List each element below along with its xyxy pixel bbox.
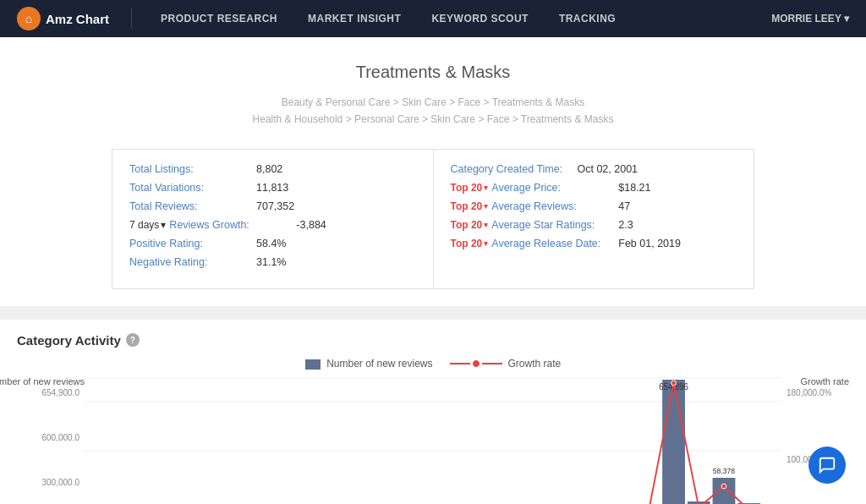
- label-avg-reviews: Average Reviews:: [491, 200, 618, 212]
- chat-bubble[interactable]: [808, 446, 846, 484]
- stat-avg-star: Top 20 ▾ Average Star Ratings: 2.3: [451, 219, 737, 231]
- nav-divider: [131, 8, 132, 29]
- top20-badge-price[interactable]: Top 20 ▾: [451, 182, 489, 194]
- stat-total-variations: Total Variations: 11,813: [129, 182, 416, 194]
- stat-reviews-growth: 7 days ▾ Reviews Growth: -3,884: [129, 219, 416, 231]
- nav-tracking[interactable]: TRACKING: [544, 0, 631, 37]
- top20-badge-release[interactable]: Top 20 ▾: [451, 238, 489, 249]
- stat-positive-rating: Positive Rating: 58.4%: [129, 238, 416, 249]
- chart-svg: 654,896 58,378: [85, 376, 781, 504]
- chart-area-wrapper: 654,896 58,378: [85, 376, 781, 504]
- days-badge[interactable]: 7 days ▾: [129, 219, 166, 231]
- stat-avg-price: Top 20 ▾ Average Price: $18.21: [451, 182, 737, 194]
- y-left-2: 300,000.0: [42, 478, 80, 487]
- y-left-0: 654,900.0: [42, 388, 80, 397]
- value-negative-rating: 31.1%: [256, 256, 286, 268]
- stat-category-created: Category Created Time: Oct 02, 2001: [451, 163, 737, 175]
- chart-legend: Number of new reviews Growth rate: [17, 358, 849, 370]
- svg-point-57: [671, 381, 677, 386]
- value-reviews-growth: -3,884: [296, 219, 326, 231]
- svg-rect-27: [662, 380, 685, 504]
- label-avg-star: Average Star Ratings:: [491, 219, 618, 231]
- y-axis-right-title: Growth rate: [781, 376, 849, 386]
- chart-outer: Number of new reviews 654,900.0 600,000.…: [17, 376, 849, 504]
- category-section: Category Activity ? Number of new review…: [0, 320, 866, 504]
- legend-line-dash: [450, 363, 470, 364]
- breadcrumb-2: Health & Household > Personal Care > Ski…: [17, 111, 849, 128]
- section-divider: [0, 306, 866, 320]
- logo-icon: ⌂: [17, 7, 41, 30]
- y-right-0: 180,000.0%: [787, 388, 831, 397]
- nav-keyword-scout[interactable]: KEYWORD SCOUT: [416, 0, 544, 37]
- logo-text: Amz Chart: [46, 12, 109, 26]
- legend-bar-item: Number of new reviews: [305, 358, 433, 370]
- nav-market-insight[interactable]: MARKET INSIGHT: [293, 0, 416, 37]
- page-title: Treatments & Masks: [17, 63, 849, 82]
- label-negative-rating: Negative Rating:: [129, 256, 256, 268]
- help-icon[interactable]: ?: [126, 333, 140, 347]
- y-axis-left-title: Number of new reviews: [0, 376, 85, 386]
- label-avg-price: Average Price:: [491, 182, 618, 194]
- section-title: Category Activity ?: [17, 333, 849, 348]
- stat-negative-rating: Negative Rating: 31.1%: [129, 256, 416, 268]
- navbar: ⌂ Amz Chart PRODUCT RESEARCH MARKET INSI…: [0, 0, 866, 37]
- logo[interactable]: ⌂ Amz Chart: [17, 7, 109, 30]
- y-axis-right: 180,000.0% 100,000.0% 0.0%: [781, 388, 842, 504]
- value-avg-star: 2.3: [618, 219, 633, 231]
- y-axis-left: 654,900.0 600,000.0 300,000.0 0.0: [24, 388, 85, 504]
- label-category-created: Category Created Time:: [451, 163, 578, 175]
- legend-line-item: Growth rate: [450, 358, 562, 370]
- stat-avg-release: Top 20 ▾ Average Release Date: Feb 01, 2…: [451, 238, 737, 249]
- label-avg-release: Average Release Date:: [491, 238, 618, 249]
- value-total-reviews: 707,352: [256, 200, 294, 212]
- label-total-variations: Total Variations:: [129, 182, 256, 194]
- stats-container: Total Listings: 8,802 Total Variations: …: [112, 149, 754, 289]
- breadcrumb-1: Beauty & Personal Care > Skin Care > Fac…: [17, 94, 849, 111]
- value-avg-price: $18.21: [618, 182, 650, 194]
- stat-avg-reviews: Top 20 ▾ Average Reviews: 47: [451, 200, 737, 212]
- value-avg-reviews: 47: [618, 200, 630, 212]
- value-total-variations: 11,813: [256, 182, 288, 194]
- nav-links: PRODUCT RESEARCH MARKET INSIGHT KEYWORD …: [145, 0, 771, 37]
- label-total-reviews: Total Reviews:: [129, 200, 256, 212]
- stat-total-listings: Total Listings: 8,802: [129, 163, 416, 175]
- top20-badge-reviews[interactable]: Top 20 ▾: [451, 200, 489, 212]
- legend-bar-icon: [305, 359, 321, 370]
- section-title-text: Category Activity: [17, 333, 121, 348]
- top20-badge-star[interactable]: Top 20 ▾: [451, 219, 489, 231]
- breadcrumbs: Beauty & Personal Care > Skin Care > Fac…: [17, 94, 849, 129]
- y-left-1: 600,000.0: [42, 433, 80, 442]
- svg-point-59: [721, 484, 726, 489]
- nav-product-research[interactable]: PRODUCT RESEARCH: [145, 0, 293, 37]
- label-reviews-growth: Reviews Growth:: [169, 219, 296, 231]
- label-positive-rating: Positive Rating:: [129, 238, 256, 249]
- y-axis-right-container: Growth rate 180,000.0% 100,000.0% 0.0%: [781, 376, 849, 504]
- stat-total-reviews: Total Reviews: 707,352: [129, 200, 416, 212]
- legend-line-dash2: [482, 363, 502, 364]
- main-content: Treatments & Masks Beauty & Personal Car…: [0, 37, 866, 306]
- stats-left: Total Listings: 8,802 Total Variations: …: [112, 150, 434, 288]
- legend-line-circle: [473, 360, 480, 367]
- user-menu[interactable]: MORRIE LEEY ▾: [771, 13, 849, 25]
- value-positive-rating: 58.4%: [256, 238, 286, 249]
- legend-bar-label: Number of new reviews: [326, 358, 432, 370]
- legend-line-label: Growth rate: [508, 358, 562, 370]
- value-total-listings: 8,802: [256, 163, 282, 175]
- value-category-created: Oct 02, 2001: [578, 163, 639, 175]
- y-axis-left-container: Number of new reviews 654,900.0 600,000.…: [17, 376, 85, 504]
- stats-right: Category Created Time: Oct 02, 2001 Top …: [434, 150, 754, 288]
- svg-text:58,378: 58,378: [713, 467, 735, 475]
- svg-rect-29: [713, 478, 736, 504]
- value-avg-release: Feb 01, 2019: [618, 238, 681, 249]
- label-total-listings: Total Listings:: [129, 163, 256, 175]
